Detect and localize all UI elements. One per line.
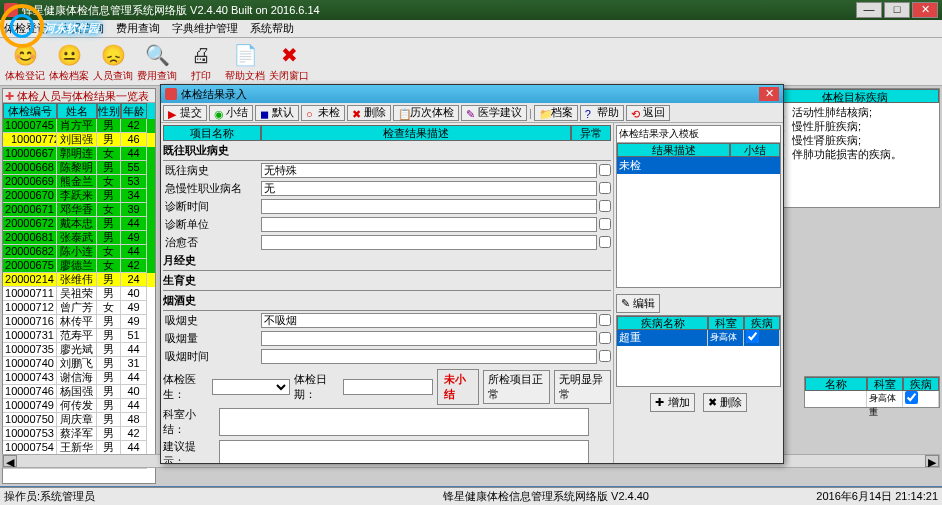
toolbar-button[interactable]: 😊体检登记 [4, 41, 46, 83]
table-row[interactable]: 20000671邓华香女39 [3, 203, 155, 217]
table-row[interactable]: 10000712曾广芳女49 [3, 301, 155, 315]
table-row[interactable]: 10000711吴祖荣男40 [3, 287, 155, 301]
table-row[interactable]: ☞10000772刘国强男46 [3, 133, 155, 147]
dialog-close-button[interactable]: ✕ [759, 87, 779, 101]
menubar: 体检登记 人员查询 费用查询 字典维护管理 系统帮助 [0, 20, 942, 38]
table-row[interactable]: 10000745肖方平男42 [3, 119, 155, 133]
table-row[interactable]: 10000743谢信海男44 [3, 371, 155, 385]
delete-button[interactable]: ✖ 删除 [703, 393, 747, 412]
abnormal-checkbox[interactable] [599, 164, 611, 176]
table-row[interactable]: 10000746杨国强男40 [3, 385, 155, 399]
status-box: 未小结 [437, 369, 479, 405]
disease-table: 疾病名称 科室 疾病 超重 身高体重 [616, 315, 781, 387]
scroll-left-button[interactable]: ◀ [3, 455, 17, 467]
extra-grid: 名称 科室 疾病 身高体重 [804, 376, 940, 408]
edit-button[interactable]: ✎ 编辑 [616, 294, 660, 313]
dialog-toolbar: ▶提交◉小结◼默认○未检✖删除📋历次体检✎医学建议|📁档案?帮助⟲返回 [161, 103, 783, 123]
field-input[interactable] [261, 217, 597, 232]
table-row[interactable]: 10000754王新华男44 [3, 441, 155, 455]
toolbar-icon: ✖ [275, 41, 303, 69]
abnormal-checkbox[interactable] [599, 350, 611, 362]
table-row[interactable]: 10000753蔡泽军男42 [3, 427, 155, 441]
menu-item[interactable]: 人员查询 [60, 21, 104, 36]
maximize-button[interactable]: □ [884, 2, 910, 18]
add-button[interactable]: ✚ 增加 [650, 393, 694, 412]
table-row[interactable]: 10000667郭明连女44 [3, 147, 155, 161]
field-input[interactable] [261, 313, 597, 328]
field-input[interactable] [261, 199, 597, 214]
dialog-button[interactable]: ⟲返回 [626, 105, 670, 121]
template-item[interactable]: 未检 [617, 157, 780, 174]
table-row[interactable]: 20000675廖德兰女42 [3, 259, 155, 273]
toolbar-button[interactable]: 😞人员查询 [92, 41, 134, 83]
field-label: 治愈否 [163, 235, 259, 250]
table-row[interactable]: 10000750周庆章男48 [3, 413, 155, 427]
toolbar-button[interactable]: 🔍费用查询 [136, 41, 178, 83]
toolbar-button[interactable]: 😐体检档案 [48, 41, 90, 83]
all-normal-button[interactable]: 所检项目正常 [483, 370, 550, 404]
table-row[interactable]: 10000740刘鹏飞男31 [3, 357, 155, 371]
person-grid: 体检编号 姓名 性别 年龄 10000745肖方平男42☞10000772刘国强… [3, 103, 155, 469]
table-row[interactable]: 20000214张维伟男24 [3, 273, 155, 287]
close-button[interactable]: ✕ [912, 2, 938, 18]
dialog-button[interactable]: ?帮助 [580, 105, 624, 121]
no-abnormal-button[interactable]: 无明显异常 [554, 370, 611, 404]
abnormal-checkbox[interactable] [599, 200, 611, 212]
checkbox[interactable] [746, 330, 759, 343]
section-header: 生育史 [163, 271, 611, 291]
field-input[interactable] [261, 331, 597, 346]
table-row[interactable]: 超重 身高体重 [617, 330, 780, 346]
minimize-button[interactable]: — [856, 2, 882, 18]
date-label: 体检日期： [294, 372, 339, 402]
abnormal-checkbox[interactable] [599, 332, 611, 344]
table-row[interactable]: 身高体重 [805, 391, 939, 407]
field-input[interactable] [261, 163, 597, 178]
button-icon: 📋 [398, 108, 408, 118]
scroll-right-button[interactable]: ▶ [925, 455, 939, 467]
table-row[interactable]: 10000735廖光斌男44 [3, 343, 155, 357]
table-row[interactable]: 20000670李跃来男34 [3, 189, 155, 203]
table-row[interactable]: 20000669熊金兰女53 [3, 175, 155, 189]
checkbox[interactable] [905, 391, 918, 404]
dialog-button[interactable]: ◉小结 [209, 105, 253, 121]
summary-textarea[interactable] [219, 408, 589, 436]
dialog-button[interactable]: ○未检 [301, 105, 345, 121]
dialog-titlebar: 体检结果录入 ✕ [161, 85, 783, 103]
main-titlebar: 锋星健康体检信息管理系统网络版 V2.4.40 Built on 2016.6.… [0, 0, 942, 20]
toolbar-button[interactable]: ✖关闭窗口 [268, 41, 310, 83]
dialog-button[interactable]: 📁档案 [534, 105, 578, 121]
menu-item[interactable]: 字典维护管理 [172, 21, 238, 36]
button-icon: ? [585, 108, 595, 118]
abnormal-checkbox[interactable] [599, 218, 611, 230]
dialog-button[interactable]: ✎医学建议 [461, 105, 527, 121]
dialog-button[interactable]: ✖删除 [347, 105, 391, 121]
suggest-textarea[interactable] [219, 440, 589, 463]
dialog-button[interactable]: ▶提交 [163, 105, 207, 121]
abnormal-checkbox[interactable] [599, 182, 611, 194]
button-icon: ⟲ [631, 108, 641, 118]
menu-item[interactable]: 系统帮助 [250, 21, 294, 36]
bottom-form: 体检医生： 体检日期： 未小结 所检项目正常 无明显异常 科室小结： 建议提示： [163, 369, 611, 463]
table-row[interactable]: 20000668陈黎明男55 [3, 161, 155, 175]
table-row[interactable]: 20000681张泰武男49 [3, 231, 155, 245]
field-input[interactable] [261, 235, 597, 250]
field-input[interactable] [261, 181, 597, 196]
item-header: 项目名称 检查结果描述 异常 [163, 125, 611, 141]
toolbar-button[interactable]: 🖨打印 [180, 41, 222, 83]
abnormal-checkbox[interactable] [599, 236, 611, 248]
date-input[interactable] [343, 379, 433, 395]
menu-item[interactable]: 费用查询 [116, 21, 160, 36]
table-row[interactable]: 10000716林传平男49 [3, 315, 155, 329]
menu-item[interactable]: 体检登记 [4, 21, 48, 36]
field-input[interactable] [261, 349, 597, 364]
button-icon: ▶ [168, 108, 178, 118]
dialog-button[interactable]: ◼默认 [255, 105, 299, 121]
abnormal-checkbox[interactable] [599, 314, 611, 326]
table-row[interactable]: 10000749何传发男44 [3, 399, 155, 413]
toolbar-button[interactable]: 📄帮助文档 [224, 41, 266, 83]
table-row[interactable]: 10000731范寿平男51 [3, 329, 155, 343]
table-row[interactable]: 20000682陈小连女44 [3, 245, 155, 259]
doctor-select[interactable] [212, 379, 290, 395]
dialog-button[interactable]: 📋历次体检 [393, 105, 459, 121]
table-row[interactable]: 20000672戴本忠男44 [3, 217, 155, 231]
